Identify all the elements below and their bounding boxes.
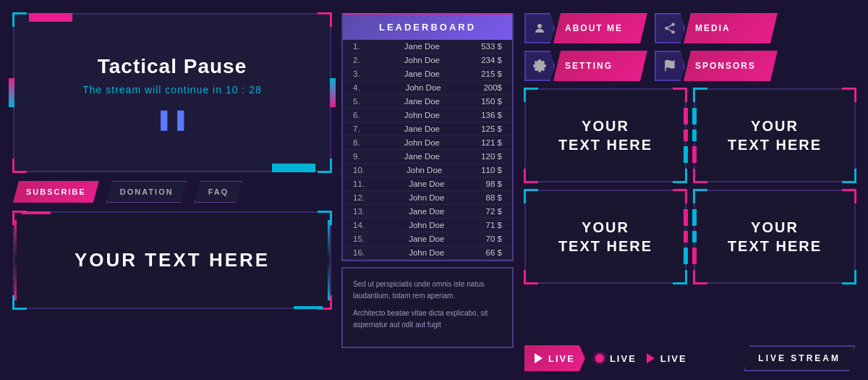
player-name: John Doe xyxy=(409,221,444,229)
player-name: Jane Doe xyxy=(409,180,444,188)
live-badge-2: LIVE xyxy=(591,353,641,364)
share-icon-box xyxy=(655,13,685,43)
player-score: 88 $ xyxy=(486,193,502,202)
gear-icon-box xyxy=(524,51,555,81)
player-name: Jane Doe xyxy=(404,124,440,133)
user-icon xyxy=(533,22,546,35)
player-name: Jane Doe xyxy=(404,152,440,161)
leaderboard-row: 1.Jane Doe533 $ xyxy=(343,40,512,54)
corner-bl xyxy=(12,159,27,173)
corner-tr-g1 xyxy=(673,88,687,102)
jagged-right-g3 xyxy=(684,209,688,264)
about-me-button[interactable]: ABOUT ME xyxy=(524,13,647,43)
player-score: 70 $ xyxy=(486,235,502,243)
player-name: John Doe xyxy=(409,193,444,202)
leaderboard-row: 15.Jane Doe70 $ xyxy=(343,232,512,246)
player-name: John Doe xyxy=(407,166,442,174)
faq-button[interactable]: FAQ xyxy=(195,181,243,203)
leaderboard-row: 11.Jane Doe98 $ xyxy=(343,177,512,191)
big-placeholder-text: YOUR TEXT HERE xyxy=(75,249,270,271)
svg-point-3 xyxy=(671,30,675,34)
live-badge-3: LIVE xyxy=(647,353,687,364)
rank-number: 1. xyxy=(353,42,360,51)
player-score: 215 $ xyxy=(481,69,502,78)
rank-number: 10. xyxy=(353,166,365,174)
player-score: 125 $ xyxy=(481,124,502,133)
big-text-box: YOUR TEXT HERE xyxy=(13,211,331,309)
bottom-buttons: SUBSCRIBE DONATION FAQ xyxy=(13,181,331,203)
corner-bl-g2 xyxy=(693,169,707,183)
player-score: 200$ xyxy=(483,83,502,92)
grid-box-4: YOURTEXT HERE xyxy=(694,190,856,284)
leaderboard-row: 4.John Doe200$ xyxy=(343,81,512,95)
leaderboard-row: 6.John Doe136 $ xyxy=(343,109,512,122)
setting-button[interactable]: SETTING xyxy=(524,51,647,81)
player-name: John Doe xyxy=(404,111,440,119)
about-me-label: ABOUT ME xyxy=(553,13,647,43)
rank-number: 13. xyxy=(353,207,365,216)
player-name: Jane Doe xyxy=(404,42,440,51)
corner-bl-g1 xyxy=(524,169,538,183)
media-button[interactable]: MEDIA xyxy=(655,13,778,43)
svg-point-1 xyxy=(671,23,675,27)
player-score: 98 $ xyxy=(486,180,502,188)
jagged-left-g4 xyxy=(692,209,697,264)
tactical-frame: Tactical Pause The stream will continue … xyxy=(13,13,331,172)
leaderboard-rows: 1.Jane Doe533 $2.John Doe234 $3.Jane Doe… xyxy=(343,40,512,260)
leaderboard-row: 14.John Doe71 $ xyxy=(343,219,512,232)
player-score: 110 $ xyxy=(481,166,502,174)
player-name: Jane Doe xyxy=(409,235,444,243)
leaderboard-row: 12.John Doe88 $ xyxy=(343,191,512,205)
text-grid: YOURTEXT HERE YOURTEXT HERE YOURTEXT HER… xyxy=(524,88,856,284)
svg-line-4 xyxy=(668,29,671,31)
player-name: John Doe xyxy=(404,138,440,147)
donation-button[interactable]: DONATION xyxy=(106,181,187,203)
leaderboard-row: 8.John Doe121 $ xyxy=(343,136,512,150)
jagged-left-g2 xyxy=(692,108,697,163)
player-name: John Doe xyxy=(404,56,440,64)
grid-box-1: YOURTEXT HERE xyxy=(524,88,686,182)
grid-text-4: YOURTEXT HERE xyxy=(728,218,822,256)
player-score: 234 $ xyxy=(481,56,502,64)
leaderboard-row: 7.Jane Doe125 $ xyxy=(343,122,512,136)
svg-line-5 xyxy=(668,25,671,28)
side-deco-right xyxy=(330,78,336,107)
left-panel: Tactical Pause The stream will continue … xyxy=(13,13,331,309)
sponsors-button[interactable]: SPONSORS xyxy=(655,51,778,81)
corner-tr-big xyxy=(318,211,332,225)
corner-tr-g2 xyxy=(842,88,856,102)
sponsors-label: SPONSORS xyxy=(684,51,778,81)
gear-icon xyxy=(533,59,546,72)
description-para1: Sed ut perspiciatis unde omnis iste natu… xyxy=(353,279,502,302)
leaderboard-row: 9.Jane Doe120 $ xyxy=(343,150,512,164)
description-para2: Architecto beatae vitae dicta explicabo,… xyxy=(353,308,502,331)
rank-number: 14. xyxy=(353,221,365,229)
flag-icon-box xyxy=(655,51,685,81)
neon-left xyxy=(14,220,17,300)
live-arrow-icon xyxy=(647,353,655,363)
description-panel: Sed ut perspiciatis unde omnis iste natu… xyxy=(341,267,514,348)
setting-label: SETTING xyxy=(553,51,647,81)
player-score: 120 $ xyxy=(481,152,502,161)
subscribe-button[interactable]: SUBSCRIBE xyxy=(13,181,99,203)
corner-tr xyxy=(318,12,332,27)
player-score: 121 $ xyxy=(481,138,502,147)
svg-point-2 xyxy=(665,27,668,30)
corner-br-g4 xyxy=(842,270,856,284)
nav-row-2: SETTING SPONSORS xyxy=(524,51,856,81)
rank-number: 16. xyxy=(353,248,365,257)
nav-row-1: ABOUT ME MEDIA xyxy=(524,13,856,43)
corner-tl-g3 xyxy=(524,189,538,203)
rank-number: 8. xyxy=(353,138,360,147)
player-name: Jane Doe xyxy=(409,207,444,216)
grid-text-3: YOURTEXT HERE xyxy=(558,218,652,256)
media-label: MEDIA xyxy=(684,13,778,43)
corner-bl-g3 xyxy=(524,270,538,284)
grid-box-2: YOURTEXT HERE xyxy=(694,88,856,182)
grid-text-2: YOURTEXT HERE xyxy=(728,117,822,154)
svg-point-0 xyxy=(537,24,542,28)
corner-br-g3 xyxy=(673,270,687,284)
jagged-right-g1 xyxy=(684,108,688,163)
right-panel: ABOUT ME MEDIA SETTING SPONSORS xyxy=(524,13,856,284)
corner-tl xyxy=(12,12,27,27)
